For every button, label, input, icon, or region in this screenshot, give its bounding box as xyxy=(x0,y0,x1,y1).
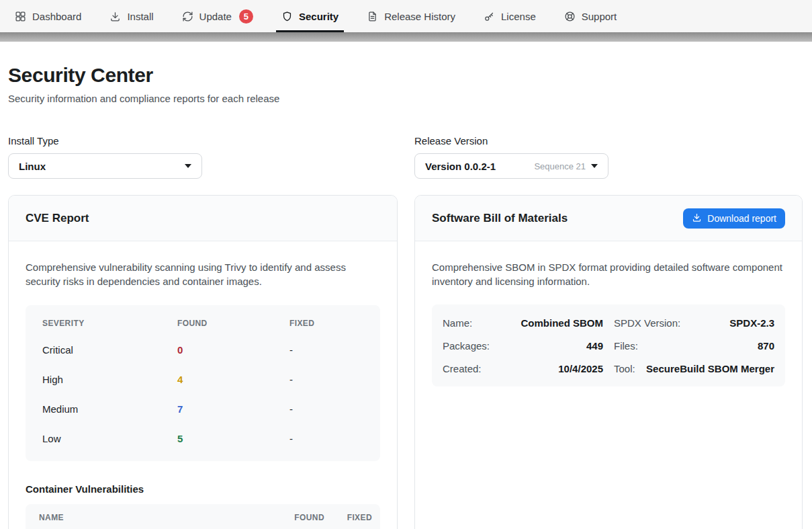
nav-label: Install xyxy=(127,11,153,22)
download-report-button[interactable]: Download report xyxy=(683,208,785,229)
lifebuoy-icon xyxy=(564,11,576,22)
nav-item-release-history[interactable]: Release History xyxy=(361,0,461,32)
detail-label: Files: xyxy=(614,340,638,352)
detail-value: SecureBuild SBOM Merger xyxy=(646,363,774,374)
found-count: 7 xyxy=(177,403,289,415)
found-column-header: FOUND xyxy=(257,513,324,522)
nav-item-support[interactable]: Support xyxy=(559,0,623,32)
release-version-label: Release Version xyxy=(414,135,803,147)
container-vulnerabilities-header: NAME FOUND FIXED xyxy=(26,504,380,529)
nav-item-security[interactable]: Security xyxy=(276,0,344,32)
sbom-card: Software Bill of Materials Download repo… xyxy=(414,195,803,529)
severity-name: Critical xyxy=(42,344,177,356)
key-icon xyxy=(484,11,495,22)
sbom-title: Software Bill of Materials xyxy=(432,212,568,225)
detail-value: 10/4/2025 xyxy=(558,363,603,374)
nav-label: Dashboard xyxy=(32,11,81,22)
severity-name: Medium xyxy=(42,403,177,415)
table-row: Medium 7 - xyxy=(42,394,363,423)
fixed-count: - xyxy=(289,403,363,415)
nav-item-update[interactable]: Update 5 xyxy=(177,0,259,32)
dashboard-icon xyxy=(15,11,26,22)
download-icon xyxy=(692,212,702,225)
release-version-value: Version 0.0.2-1 xyxy=(425,161,534,172)
refresh-icon xyxy=(182,11,193,22)
severity-column-header: SEVERITY xyxy=(42,319,177,328)
install-type-value: Linux xyxy=(19,161,179,172)
severity-name: Low xyxy=(42,433,177,444)
severity-name: High xyxy=(42,374,177,385)
detail-label: Name: xyxy=(443,317,472,329)
table-row: Low 5 - xyxy=(42,423,363,453)
detail-label: Packages: xyxy=(443,340,490,352)
filters-row: Install Type Linux Release Version Versi… xyxy=(8,135,803,179)
sbom-detail-packages: Packages: 449 xyxy=(443,334,603,357)
cve-report-title: CVE Report xyxy=(26,212,89,225)
fixed-count: - xyxy=(289,344,363,356)
toolbar-shadow-strip xyxy=(0,32,812,42)
chevron-down-icon xyxy=(591,164,598,168)
nav-label: Update xyxy=(199,11,232,22)
cve-report-body: Comprehensive vulnerability scanning usi… xyxy=(9,241,397,529)
fixed-count: - xyxy=(289,433,363,444)
sbom-body: Comprehensive SBOM in SPDX format provid… xyxy=(415,241,802,386)
report-cards-row: CVE Report Comprehensive vulnerability s… xyxy=(8,195,803,529)
sbom-description: Comprehensive SBOM in SPDX format provid… xyxy=(432,260,785,288)
download-report-label: Download report xyxy=(707,213,776,224)
fixed-column-header: FIXED xyxy=(324,513,372,522)
sbom-detail-tool: Tool: SecureBuild SBOM Merger xyxy=(614,357,774,380)
nav-label: License xyxy=(501,11,536,22)
detail-label: SPDX Version: xyxy=(614,317,680,329)
detail-label: Tool: xyxy=(614,363,635,374)
sbom-header: Software Bill of Materials Download repo… xyxy=(415,196,802,241)
install-type-select[interactable]: Linux xyxy=(8,153,202,179)
page-title: Security Center xyxy=(8,64,803,87)
install-type-filter: Install Type Linux xyxy=(8,135,398,179)
detail-value: 870 xyxy=(758,340,774,352)
shield-icon xyxy=(281,11,293,22)
main-content: Security Center Security information and… xyxy=(0,64,812,529)
document-icon xyxy=(367,11,378,22)
release-version-filter: Release Version Version 0.0.2-1 Sequence… xyxy=(414,135,803,179)
chevron-down-icon xyxy=(185,164,191,168)
sbom-detail-created: Created: 10/4/2025 xyxy=(443,357,603,380)
severity-table-header: SEVERITY FOUND FIXED xyxy=(42,312,363,335)
table-row: Critical 0 - xyxy=(42,335,363,364)
nav-label: Security xyxy=(299,11,339,22)
nav-item-license[interactable]: License xyxy=(478,0,541,32)
found-count: 4 xyxy=(177,374,289,385)
update-count-badge: 5 xyxy=(239,9,253,24)
found-column-header: FOUND xyxy=(177,319,289,328)
nav-label: Release History xyxy=(384,11,455,22)
page-subtitle: Security information and compliance repo… xyxy=(8,93,803,104)
cve-report-header: CVE Report xyxy=(9,196,397,241)
release-sequence-label: Sequence 21 xyxy=(534,161,586,171)
found-count: 0 xyxy=(177,344,289,356)
nav-label: Support xyxy=(582,11,617,22)
sbom-detail-name: Name: Combined SBOM xyxy=(443,311,603,334)
sbom-detail-files: Files: 870 xyxy=(614,334,774,357)
detail-value: 449 xyxy=(586,340,603,352)
fixed-count: - xyxy=(289,374,363,385)
top-navigation: Dashboard Install Update 5 Security Rele… xyxy=(0,0,812,32)
detail-value: SPDX-2.3 xyxy=(729,317,774,329)
nav-item-install[interactable]: Install xyxy=(104,0,159,32)
detail-label: Created: xyxy=(443,363,482,374)
sbom-details-grid: Name: Combined SBOM SPDX Version: SPDX-2… xyxy=(432,304,785,386)
cve-report-card: CVE Report Comprehensive vulnerability s… xyxy=(8,195,398,529)
cve-report-description: Comprehensive vulnerability scanning usi… xyxy=(26,260,380,288)
fixed-column-header: FIXED xyxy=(289,319,363,328)
download-icon xyxy=(109,11,121,22)
container-vulnerabilities-title: Container Vulnerabilities xyxy=(26,483,380,495)
name-column-header: NAME xyxy=(39,513,257,522)
found-count: 5 xyxy=(177,433,289,444)
detail-value: Combined SBOM xyxy=(521,317,604,329)
table-row: High 4 - xyxy=(42,364,363,394)
sbom-detail-spdx-version: SPDX Version: SPDX-2.3 xyxy=(614,311,774,334)
severity-table: SEVERITY FOUND FIXED Critical 0 - High 4… xyxy=(26,305,380,461)
install-type-label: Install Type xyxy=(8,135,398,147)
release-version-select[interactable]: Version 0.0.2-1 Sequence 21 xyxy=(414,153,608,179)
nav-item-dashboard[interactable]: Dashboard xyxy=(9,0,87,32)
